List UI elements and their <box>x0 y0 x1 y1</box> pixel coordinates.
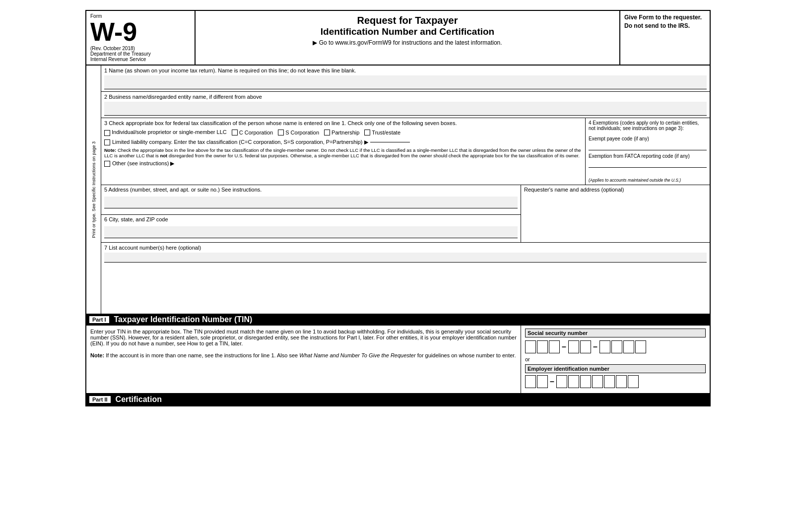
section-3: 3 Check appropriate box for federal tax … <box>101 118 586 185</box>
dept2: Internal Revenue Service <box>90 57 191 62</box>
ein-label: Employer identification number <box>525 364 706 373</box>
part1-header: Part I Taxpayer Identification Number (T… <box>86 314 710 326</box>
other-checkbox[interactable] <box>104 161 110 167</box>
llc-label: Limited liability company. Enter the tax… <box>112 139 368 145</box>
line2-section: 2 Business name/disregarded entity name,… <box>101 92 710 118</box>
w9-logo: W-9 <box>90 19 191 45</box>
ssn-cell-8[interactable] <box>623 340 634 353</box>
line6-label: 6 City, state, and ZIP code <box>104 216 168 222</box>
s-corp-item: S Corporation <box>278 130 319 135</box>
form-number: W-9 <box>90 19 137 45</box>
c-corp-checkbox[interactable] <box>232 130 238 135</box>
part1-title: Taxpayer Identification Number (TIN) <box>114 315 253 324</box>
part1-tin-section: Social security number – – <box>521 326 710 393</box>
part2-title: Certification <box>116 395 162 404</box>
ein-cell-4[interactable] <box>568 375 579 388</box>
ssn-cell-2[interactable] <box>537 340 548 353</box>
line5-section: 5 Address (number, street, and apt. or s… <box>101 185 521 215</box>
ein-grid: – <box>525 375 706 388</box>
ssn-cell-4[interactable] <box>568 340 579 353</box>
ssn-cell-9[interactable] <box>635 340 646 353</box>
line1-label: 1 Name (as shown on your income tax retu… <box>104 67 356 73</box>
line5-label: 5 Address (number, street, and apt. or s… <box>104 187 262 193</box>
line3-label: 3 Check appropriate box for federal tax … <box>104 120 582 126</box>
section-4: 4 Exemptions (codes apply only to certai… <box>586 118 710 185</box>
llc-row: Limited liability company. Enter the tax… <box>104 139 582 145</box>
section-5: 5 Address (number, street, and apt. or s… <box>101 185 521 242</box>
c-corp-label: C Corporation <box>239 130 273 135</box>
checkbox-row-1: Individual/sole proprietor or single-mem… <box>104 129 582 136</box>
exempt-payee-section: Exempt payee code (if any) <box>589 136 707 150</box>
partnership-item: Partnership <box>324 130 359 135</box>
ssn-cells-1 <box>525 340 560 353</box>
ssn-cells-2 <box>568 340 591 353</box>
exempt-payee-label: Exempt payee code (if any) <box>589 136 649 141</box>
exempt-payee-input[interactable] <box>589 142 707 150</box>
requester-section: Requester's name and address (optional) <box>521 185 710 242</box>
ein-cell-6[interactable] <box>592 375 603 388</box>
ssn-dash-2: – <box>593 342 597 351</box>
part1-description-section: Enter your TIN in the appropriate box. T… <box>86 326 521 393</box>
part1-description: Enter your TIN in the appropriate box. T… <box>90 329 517 346</box>
part2-box: Part II <box>89 396 111 403</box>
or-text: or <box>525 356 706 362</box>
ein-cells-2 <box>556 375 639 388</box>
irs-link: ▶ Go to www.irs.gov/FormW9 for instructi… <box>200 39 614 46</box>
section-3-4: 3 Check appropriate box for federal tax … <box>101 118 710 185</box>
ssn-cell-1[interactable] <box>525 340 536 353</box>
main-content: 1 Name (as shown on your income tax retu… <box>101 66 710 314</box>
note-text: Note: Check the appropriate box in the l… <box>104 147 582 158</box>
ein-cell-3[interactable] <box>556 375 567 388</box>
line2-input[interactable] <box>104 102 707 116</box>
ein-cell-7[interactable] <box>604 375 615 388</box>
applies-note: (Applies to accounts maintained outside … <box>589 178 707 183</box>
ssn-cell-7[interactable] <box>611 340 622 353</box>
part1-note-content: If the account is in more than one name,… <box>106 352 516 358</box>
other-row: Other (see instructions) ▶ <box>104 160 582 167</box>
sub-title: Identification Number and Certification <box>200 26 614 37</box>
ssn-dash-1: – <box>562 342 566 351</box>
trust-label: Trust/estate <box>372 130 400 135</box>
body-wrapper: Print or type. See Specific Instructions… <box>86 66 710 314</box>
partnership-label: Partnership <box>332 130 359 135</box>
header-left: Form W-9 (Rev. October 2018) Department … <box>86 11 196 65</box>
line1-section: 1 Name (as shown on your income tax retu… <box>101 66 710 92</box>
part1-note: Note: If the account is in more than one… <box>90 352 517 358</box>
main-title: Request for Taxpayer <box>200 15 614 26</box>
c-corp-item: C Corporation <box>232 130 273 135</box>
ssn-cell-3[interactable] <box>549 340 560 353</box>
trust-checkbox[interactable] <box>364 130 370 135</box>
line6-input[interactable] <box>104 226 518 238</box>
rev-info: (Rev. October 2018) <box>90 46 191 51</box>
line7-input[interactable] <box>104 253 707 263</box>
ein-cell-9[interactable] <box>628 375 639 388</box>
note-content: Check the appropriate box in the line ab… <box>104 147 581 158</box>
ein-cell-8[interactable] <box>616 375 627 388</box>
requester-label: Requester's name and address (optional) <box>524 187 624 193</box>
line6-section: 6 City, state, and ZIP code <box>101 215 521 242</box>
individual-checkbox[interactable] <box>104 130 110 136</box>
partnership-checkbox[interactable] <box>324 130 330 135</box>
side-label: Print or type. See Specific Instructions… <box>86 66 101 314</box>
llc-input-line[interactable] <box>370 142 410 142</box>
ein-cell-5[interactable] <box>580 375 591 388</box>
header-right: Give Form to the requester. Do not send … <box>620 11 710 65</box>
ein-cell-2[interactable] <box>537 375 548 388</box>
s-corp-checkbox[interactable] <box>278 130 284 135</box>
header-center: Request for Taxpayer Identification Numb… <box>196 11 620 65</box>
part2-header: Part II Certification <box>86 394 710 405</box>
side-label-text: Print or type. See Specific Instructions… <box>91 141 96 238</box>
line7-section: 7 List account number(s) here (optional) <box>101 243 710 265</box>
ssn-cell-5[interactable] <box>580 340 591 353</box>
ssn-cell-6[interactable] <box>599 340 610 353</box>
line1-input[interactable] <box>104 75 707 89</box>
dept1: Department of the Treasury <box>90 51 191 57</box>
fatca-input[interactable] <box>589 160 707 168</box>
llc-checkbox[interactable] <box>104 139 110 145</box>
ein-cell-1[interactable] <box>525 375 536 388</box>
s-corp-label: S Corporation <box>285 130 319 135</box>
ssn-label: Social security number <box>525 329 706 337</box>
ein-cells-1 <box>525 375 548 388</box>
line5-input[interactable] <box>104 197 518 208</box>
ein-dash: – <box>550 377 554 386</box>
